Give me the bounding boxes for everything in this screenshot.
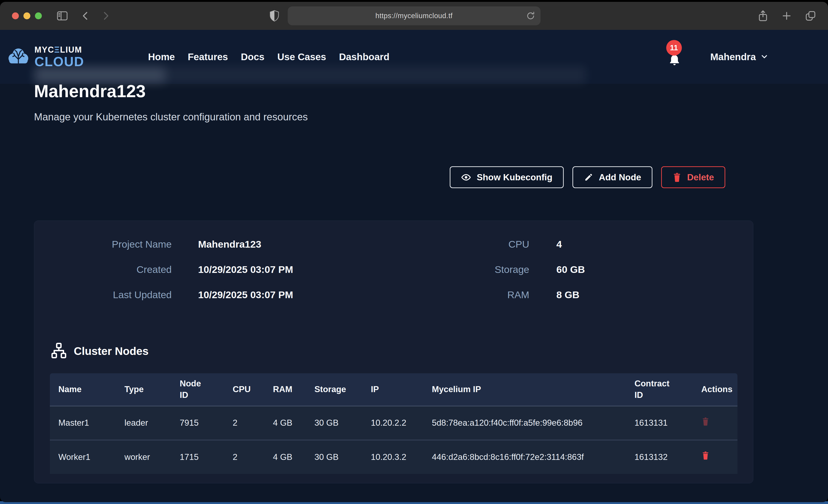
- field-value: 8 GB: [556, 289, 579, 300]
- col-header-actions: Actions: [693, 373, 738, 406]
- cell-mycelium-ip: 446:d2a6:8bcd:8c16:ff0f:72e2:3114:863f: [423, 440, 626, 474]
- navbar-right: 11 Mahendra: [668, 46, 769, 68]
- add-node-button[interactable]: Add Node: [573, 166, 653, 188]
- col-header-ram: RAM: [264, 373, 306, 406]
- col-header-node-id: Node ID: [171, 373, 224, 406]
- cell-storage: 30 GB: [306, 406, 362, 440]
- trash-icon: [701, 451, 710, 461]
- share-icon[interactable]: [757, 9, 769, 23]
- nav-link-dashboard[interactable]: Dashboard: [339, 51, 389, 62]
- cluster-actions: Show Kubeconfig Add Node: [34, 166, 753, 188]
- nav-link-docs[interactable]: Docs: [241, 51, 264, 62]
- cell-cpu: 2: [224, 406, 264, 440]
- cell-type: worker: [116, 440, 171, 474]
- toolbar-right: [757, 9, 817, 23]
- col-header-ip: IP: [362, 373, 423, 406]
- field-label: Project Name: [50, 239, 172, 250]
- overview-field: Storage 60 GB: [394, 264, 738, 276]
- field-value: Mahendra123: [198, 239, 261, 250]
- overview-field: Created 10/29/2025 03:07 PM: [50, 264, 394, 276]
- reload-icon[interactable]: [526, 11, 535, 21]
- field-value: 10/29/2025 03:07 PM: [198, 289, 293, 300]
- cell-ip: 10.20.3.2: [362, 440, 423, 474]
- delete-cluster-label: Delete: [687, 172, 714, 182]
- nav-link-features[interactable]: Features: [188, 51, 228, 62]
- notifications-button[interactable]: 11: [668, 53, 681, 68]
- field-value: 4: [556, 239, 562, 250]
- cell-cpu: 2: [224, 440, 264, 474]
- desktop: https://myceliumcloud.tf: [0, 0, 828, 504]
- bell-icon: [668, 64, 681, 68]
- cell-actions: [693, 406, 738, 440]
- cell-type: leader: [116, 406, 171, 440]
- new-tab-icon[interactable]: [781, 10, 792, 22]
- pencil-icon: [584, 172, 593, 182]
- url-text: https://myceliumcloud.tf: [375, 12, 453, 20]
- col-header-contract-id: Contract ID: [626, 373, 693, 406]
- add-node-label: Add Node: [599, 172, 641, 182]
- browser-window: https://myceliumcloud.tf: [0, 2, 828, 502]
- cell-ram: 4 GB: [264, 440, 306, 474]
- eye-icon: [461, 172, 471, 182]
- field-label: RAM: [394, 289, 529, 300]
- cluster-nodes-table: Name Type Node ID CPU RAM Storage IP Myc…: [50, 373, 738, 474]
- cell-contract-id: 1613131: [626, 406, 693, 440]
- nav-links: HomeFeaturesDocsUse CasesDashboard: [148, 51, 389, 62]
- delete-node-button[interactable]: [701, 417, 710, 427]
- site-navbar: MYCΞLIUM CLOUD HomeFeaturesDocsUse Cases…: [0, 30, 828, 84]
- history-nav: [80, 11, 111, 21]
- overview-left-column: Project Name Mahendra123 Created 10/29/2…: [50, 239, 394, 314]
- back-icon[interactable]: [80, 11, 90, 21]
- user-name: Mahendra: [710, 51, 756, 62]
- overview-field: RAM 8 GB: [394, 289, 738, 301]
- cell-name: Worker1: [50, 440, 116, 474]
- notification-badge: 11: [666, 40, 682, 55]
- chevron-down-icon: [760, 52, 769, 62]
- field-value: 60 GB: [556, 264, 585, 275]
- mycelium-cloud-logo[interactable]: MYCΞLIUM CLOUD: [7, 45, 84, 69]
- overview-field: Project Name Mahendra123: [50, 239, 394, 251]
- tab-overview-icon[interactable]: [804, 10, 817, 22]
- user-menu[interactable]: Mahendra: [710, 51, 769, 62]
- forward-icon[interactable]: [101, 11, 111, 21]
- show-kubeconfig-button[interactable]: Show Kubeconfig: [450, 166, 564, 188]
- mycelium-logo-icon: [7, 45, 30, 69]
- cell-contract-id: 1613132: [626, 440, 693, 474]
- browser-toolbar: https://myceliumcloud.tf: [0, 2, 828, 30]
- address-bar[interactable]: https://myceliumcloud.tf: [288, 6, 540, 25]
- network-nodes-icon: [50, 342, 67, 360]
- close-window-button[interactable]: [12, 12, 19, 19]
- col-header-storage: Storage: [306, 373, 362, 406]
- section-title: Cluster Nodes: [74, 345, 149, 358]
- nav-link-use-cases[interactable]: Use Cases: [277, 51, 326, 62]
- page-subtitle: Manage your Kubernetes cluster configura…: [34, 111, 794, 123]
- cell-actions: [693, 440, 738, 474]
- nav-link-home[interactable]: Home: [148, 51, 175, 62]
- privacy-shield-icon: [269, 9, 280, 23]
- cell-name: Master1: [50, 406, 116, 440]
- field-label: Created: [50, 264, 172, 275]
- trash-icon: [701, 417, 710, 427]
- delete-cluster-button[interactable]: Delete: [661, 166, 725, 188]
- logo-wordmark: MYCΞLIUM CLOUD: [35, 46, 84, 68]
- col-header-mycelium-ip: Mycelium IP: [423, 373, 626, 406]
- overview-field: Last Updated 10/29/2025 03:07 PM: [50, 289, 394, 301]
- cluster-nodes-header: Cluster Nodes: [50, 342, 738, 360]
- cluster-overview: Project Name Mahendra123 Created 10/29/2…: [50, 239, 738, 314]
- cell-storage: 30 GB: [306, 440, 362, 474]
- field-label: CPU: [394, 239, 529, 250]
- zoom-window-button[interactable]: [35, 12, 42, 19]
- cell-ram: 4 GB: [264, 406, 306, 440]
- field-value: 10/29/2025 03:07 PM: [198, 264, 293, 275]
- cell-node-id: 1715: [171, 440, 224, 474]
- page-content: Mahendra123 Manage your Kubernetes clust…: [0, 80, 828, 483]
- delete-node-button[interactable]: [701, 451, 710, 461]
- trash-icon: [672, 172, 681, 182]
- sidebar-toggle-icon[interactable]: [56, 10, 69, 22]
- traffic-lights: [12, 12, 42, 19]
- table-row: Master1 leader 7915 2 4 GB 30 GB 10.20.2…: [50, 406, 738, 440]
- col-header-cpu: CPU: [224, 373, 264, 406]
- minimize-window-button[interactable]: [24, 12, 30, 19]
- table-row: Worker1 worker 1715 2 4 GB 30 GB 10.20.3…: [50, 440, 738, 474]
- cell-node-id: 7915: [171, 406, 224, 440]
